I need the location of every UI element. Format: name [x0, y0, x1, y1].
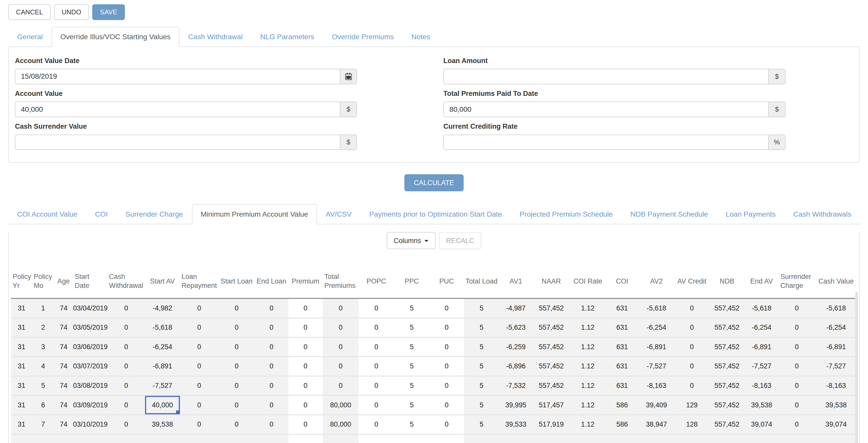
- table-cell[interactable]: 0: [288, 338, 323, 357]
- table-cell[interactable]: 0: [107, 377, 145, 396]
- table-cell[interactable]: 31: [11, 318, 32, 338]
- table-cell[interactable]: 0: [359, 318, 394, 338]
- table-cell[interactable]: 0: [430, 377, 464, 396]
- table-cell[interactable]: -7,527: [145, 377, 180, 396]
- table-cell[interactable]: 0: [359, 377, 394, 396]
- table-cell[interactable]: -5,618: [744, 299, 779, 318]
- table-cell[interactable]: 557,452: [532, 377, 570, 396]
- table-cell[interactable]: 5: [394, 415, 430, 435]
- table-cell[interactable]: 0: [674, 377, 710, 396]
- table-cell[interactable]: 0: [779, 338, 815, 357]
- table-cell[interactable]: 03/06/2019: [73, 338, 107, 357]
- table-cell[interactable]: [499, 435, 532, 443]
- total-premiums-paid-to-date-input[interactable]: [444, 102, 768, 116]
- table-cell[interactable]: 0: [254, 318, 288, 338]
- table-cell[interactable]: 0: [779, 377, 815, 396]
- tab-projected-premium-schedule[interactable]: Projected Premium Schedule: [511, 204, 621, 224]
- tab-annual-summary[interactable]: Annual Summary: [860, 204, 868, 224]
- table-cell[interactable]: -6,254: [639, 318, 674, 338]
- table-cell[interactable]: -4,987: [499, 299, 532, 318]
- account-value-date-input[interactable]: [16, 69, 340, 84]
- table-cell[interactable]: -6,891: [145, 357, 180, 377]
- table-cell[interactable]: 557,452: [710, 396, 744, 415]
- table-cell[interactable]: 39,409: [639, 396, 674, 415]
- table-cell[interactable]: -6,891: [815, 338, 857, 357]
- table-cell[interactable]: 557,452: [710, 357, 744, 377]
- table-cell[interactable]: 0: [779, 396, 815, 415]
- table-cell[interactable]: 39,995: [499, 396, 532, 415]
- calculate-button[interactable]: CALCULATE: [404, 174, 463, 191]
- table-cell[interactable]: [107, 435, 145, 443]
- columns-dropdown-button[interactable]: Columns: [387, 232, 436, 249]
- table-cell[interactable]: 0: [254, 299, 288, 318]
- table-cell[interactable]: -7,527: [815, 357, 857, 377]
- table-cell[interactable]: -6,254: [815, 318, 857, 338]
- table-cell[interactable]: 0: [219, 415, 254, 435]
- table-cell[interactable]: 31: [11, 377, 32, 396]
- tab-general[interactable]: General: [8, 27, 52, 47]
- table-cell[interactable]: [11, 435, 32, 443]
- table-cell[interactable]: 1.12: [570, 377, 605, 396]
- table-cell[interactable]: 0: [359, 357, 394, 377]
- table-cell[interactable]: [779, 435, 815, 443]
- table-cell[interactable]: 6: [32, 396, 54, 415]
- table-cell[interactable]: -6,259: [499, 338, 532, 357]
- table-cell[interactable]: 0: [180, 396, 219, 415]
- loan-amount-input[interactable]: [444, 69, 768, 84]
- table-cell[interactable]: 5: [394, 396, 430, 415]
- cancel-button[interactable]: CANCEL: [8, 4, 51, 20]
- table-cell[interactable]: 1.12: [570, 299, 605, 318]
- table-cell[interactable]: 517,919: [532, 415, 570, 435]
- table-cell[interactable]: 0: [323, 377, 359, 396]
- table-cell[interactable]: 1.12: [570, 415, 605, 435]
- table-cell[interactable]: -4,982: [145, 299, 180, 318]
- table-cell[interactable]: 2: [32, 318, 54, 338]
- table-cell[interactable]: 5: [394, 299, 430, 318]
- table-cell[interactable]: 0: [779, 357, 815, 377]
- table-cell[interactable]: 586: [606, 396, 639, 415]
- table-cell[interactable]: -7,527: [744, 357, 779, 377]
- table-cell[interactable]: [219, 435, 254, 443]
- current-crediting-rate-input[interactable]: [444, 135, 768, 149]
- table-cell[interactable]: 39,533: [499, 415, 532, 435]
- tab-payments-prior-to-optimization-start-date[interactable]: Payments prior to Optimization Start Dat…: [360, 204, 511, 224]
- tab-nlg-parameters[interactable]: NLG Parameters: [251, 27, 323, 47]
- table-cell[interactable]: 1: [32, 299, 54, 318]
- table-cell[interactable]: -6,254: [744, 318, 779, 338]
- table-cell[interactable]: 74: [54, 299, 73, 318]
- table-cell[interactable]: 03/10/2019: [73, 415, 107, 435]
- table-cell[interactable]: 0: [254, 396, 288, 415]
- table-cell[interactable]: 557,452: [710, 318, 744, 338]
- table-cell[interactable]: 0: [107, 357, 145, 377]
- selected-cell[interactable]: 40,000: [145, 396, 180, 415]
- table-cell[interactable]: 0: [779, 318, 815, 338]
- table-cell[interactable]: -7,527: [639, 357, 674, 377]
- table-cell[interactable]: [359, 435, 394, 443]
- table-cell[interactable]: [394, 435, 430, 443]
- table-cell[interactable]: 7: [32, 415, 54, 435]
- table-cell[interactable]: 0: [219, 357, 254, 377]
- table-cell[interactable]: [815, 435, 857, 443]
- table-cell[interactable]: [464, 435, 499, 443]
- tab-minimum-premium-account-value[interactable]: Minimum Premium Account Value: [192, 204, 317, 224]
- tab-coi-account-value[interactable]: COI Account Value: [8, 204, 86, 224]
- table-cell[interactable]: [674, 435, 710, 443]
- table-cell[interactable]: 631: [606, 377, 639, 396]
- table-cell[interactable]: [639, 435, 674, 443]
- table-cell[interactable]: 0: [288, 396, 323, 415]
- table-cell[interactable]: [606, 435, 639, 443]
- table-cell[interactable]: [323, 435, 359, 443]
- table-cell[interactable]: 5: [464, 396, 499, 415]
- table-cell[interactable]: 5: [394, 377, 430, 396]
- table-cell[interactable]: -6,891: [639, 338, 674, 357]
- save-button[interactable]: SAVE: [92, 4, 125, 20]
- table-cell[interactable]: 1.12: [570, 357, 605, 377]
- table-cell[interactable]: 0: [674, 318, 710, 338]
- tab-override-premiums[interactable]: Override Premiums: [323, 27, 403, 47]
- table-cell[interactable]: 0: [430, 299, 464, 318]
- tab-notes[interactable]: Notes: [403, 27, 439, 47]
- table-cell[interactable]: 0: [107, 338, 145, 357]
- table-cell[interactable]: 0: [107, 415, 145, 435]
- table-cell[interactable]: 557,452: [710, 377, 744, 396]
- vertical-scrollbar[interactable]: [855, 292, 858, 443]
